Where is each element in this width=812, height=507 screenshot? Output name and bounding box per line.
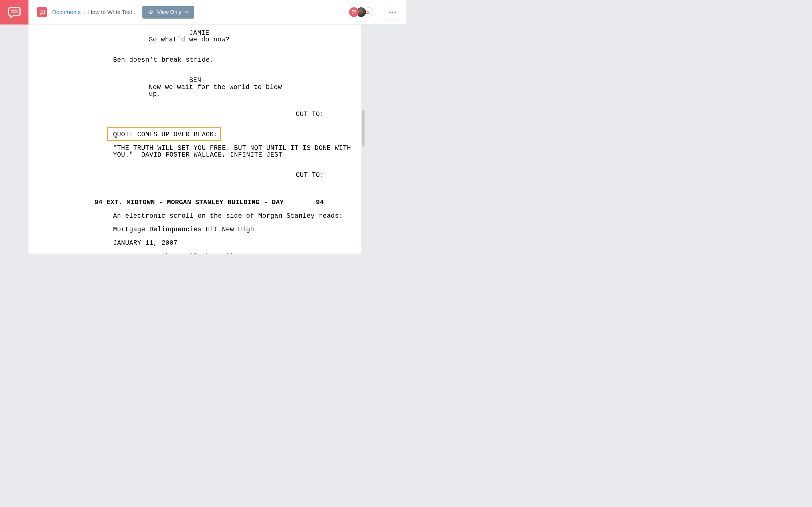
chevron-right-icon: › bbox=[84, 9, 86, 15]
character-cue: BEN bbox=[29, 77, 361, 83]
scene-heading: EXT. MIDTOWN - MORGAN STANLEY BUILDING -… bbox=[107, 199, 316, 206]
action-line: QUOTE COMES UP OVER BLACK: bbox=[29, 131, 361, 138]
dot-icon bbox=[389, 11, 391, 13]
scene-number-right: 94 bbox=[316, 199, 324, 206]
transition: CUT TO: bbox=[29, 111, 361, 118]
chat-bubble-icon bbox=[39, 9, 45, 15]
action-line: Ben doesn't break stride. bbox=[29, 57, 361, 63]
scrollbar-thumb[interactable] bbox=[362, 110, 364, 147]
dialogue-line: up. bbox=[29, 91, 361, 98]
more-menu-button[interactable] bbox=[385, 5, 400, 19]
eye-icon bbox=[148, 10, 154, 14]
collaborator-avatars bbox=[351, 7, 373, 17]
chevron-down-icon bbox=[185, 11, 189, 13]
svg-point-8 bbox=[369, 11, 370, 12]
action-line: JANUARY 11, 2007 bbox=[29, 240, 361, 246]
action-line: Mortgage Delinquencies Hit New High bbox=[29, 226, 361, 233]
breadcrumb-root-link[interactable]: Documents bbox=[52, 9, 81, 15]
avatar-app[interactable] bbox=[349, 7, 359, 17]
transition: CUT TO: bbox=[29, 172, 361, 179]
chat-bubble-icon bbox=[7, 5, 21, 19]
character-cue: JAMIE bbox=[29, 30, 361, 36]
view-mode-label: View Only bbox=[157, 9, 181, 15]
script-page: JAMIE So what'd we do now? Ben doesn't b… bbox=[29, 24, 361, 253]
chat-bubble-icon bbox=[351, 10, 356, 15]
document-icon-button[interactable] bbox=[37, 7, 47, 17]
app-logo[interactable] bbox=[0, 0, 29, 24]
breadcrumb-current: How to Write Text .. bbox=[88, 9, 137, 15]
svg-point-7 bbox=[367, 11, 368, 12]
person-group-icon bbox=[366, 10, 371, 14]
document-viewport[interactable]: JAMIE So what'd we do now? Ben doesn't b… bbox=[29, 24, 406, 253]
scene-number-left: 94 bbox=[94, 199, 103, 206]
scene-heading-row: 94 EXT. MIDTOWN - MORGAN STANLEY BUILDIN… bbox=[29, 199, 361, 206]
topbar: Documents › How to Write Text .. View On… bbox=[29, 0, 406, 24]
view-mode-button[interactable]: View Only bbox=[142, 6, 194, 18]
action-line: 1 year 7 months until the collapse bbox=[29, 253, 361, 253]
svg-point-4 bbox=[150, 11, 152, 13]
breadcrumb: Documents › How to Write Text .. bbox=[52, 9, 137, 15]
dot-icon bbox=[392, 11, 393, 13]
action-line: YOU." -DAVID FOSTER WALLACE, INFINITE JE… bbox=[29, 152, 361, 158]
dot-icon bbox=[395, 11, 396, 13]
action-line: An electronic scroll on the side of Morg… bbox=[29, 213, 361, 219]
action-line: "THE TRUTH WILL SET YOU FREE. BUT NOT UN… bbox=[29, 145, 361, 152]
dialogue-line: So what'd we do now? bbox=[29, 36, 361, 43]
dialogue-line: Now we wait for the world to blow bbox=[29, 84, 361, 91]
